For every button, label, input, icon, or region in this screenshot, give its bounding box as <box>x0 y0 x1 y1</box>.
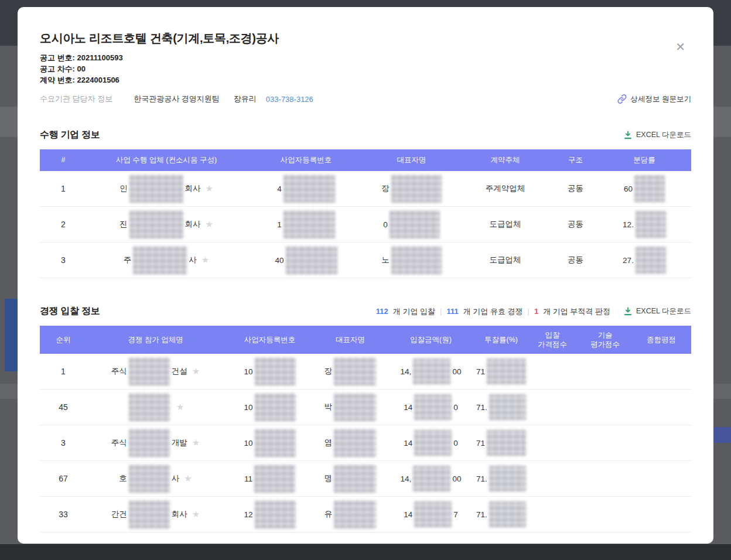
amount-cell: 14 7 <box>385 497 476 532</box>
detail-link-label: 상세정보 원문보기 <box>631 94 691 104</box>
rank-cell: 2 <box>40 207 87 242</box>
bid-section-title: 경쟁 입찰 정보 <box>40 305 100 317</box>
bizno-prefix: 40 <box>275 256 283 265</box>
rank-cell: 3 <box>40 425 87 460</box>
rep-cell: 염 <box>315 425 385 460</box>
announcement-number: 공고 번호: 20211100593 <box>40 52 691 63</box>
rate-cell: 71 <box>476 354 526 389</box>
excel-download-button[interactable]: EXCEL 다운로드 <box>623 306 691 316</box>
col-header: 투찰률(%) <box>476 326 526 354</box>
amount-suffix: 7 <box>453 510 458 519</box>
rate-prefix: 71 <box>476 367 485 376</box>
redacted-blur <box>391 175 442 203</box>
col-header: 분담률 <box>597 149 691 171</box>
company-cell: 간건 회사 ★ <box>87 497 224 532</box>
perform-table: # 사업 수행 업체 (컨소시움 구성) 사업자등록번호 대표자명 계약주체 구… <box>40 149 691 278</box>
favorite-star-icon[interactable]: ★ <box>206 219 213 230</box>
share-cell: 27. <box>597 243 691 278</box>
company-cell: 주 사 ★ <box>87 243 246 278</box>
col-header: 대표자명 <box>366 149 457 171</box>
redacted-blur <box>255 500 296 528</box>
amount-prefix: 14 <box>404 510 412 519</box>
contact-person: 장유리 <box>234 94 257 104</box>
bizno-cell: 40 <box>246 243 366 278</box>
close-icon[interactable]: ✕ <box>675 41 685 53</box>
company-suffix: 회사 <box>185 219 201 230</box>
col-header: 계약주체 <box>457 149 554 171</box>
redacted-blur <box>283 175 335 203</box>
redacted-blur <box>334 465 376 493</box>
rate-prefix: 71 <box>476 439 485 448</box>
rep-prefix: 노 <box>381 255 390 265</box>
total-score-cell <box>631 354 691 389</box>
favorite-star-icon[interactable]: ★ <box>176 402 184 412</box>
company-suffix: 사 <box>189 255 197 265</box>
col-header: 대표자명 <box>315 326 385 354</box>
rank-cell: 1 <box>40 354 87 389</box>
rate-cell: 71. <box>476 390 526 425</box>
excel-download-button[interactable]: EXCEL 다운로드 <box>623 130 691 140</box>
amount-prefix: 14 <box>404 403 412 412</box>
table-row: 67 호 사 ★ 11 명 14, 00 71. <box>40 461 691 497</box>
redacted-blur <box>255 429 296 457</box>
company-suffix: 회사 <box>172 509 187 520</box>
contract-cell: 도급업체 <box>457 243 554 278</box>
rep-prefix: 명 <box>324 473 333 484</box>
amount-prefix: 14 <box>404 439 412 448</box>
redacted-blur <box>413 466 450 491</box>
background-footer <box>0 544 731 560</box>
download-icon <box>623 131 633 140</box>
contact-org: 한국관광공사 경영지원팀 <box>134 94 220 104</box>
contract-cell: 주계약업체 <box>457 171 554 206</box>
redacted-blur <box>334 429 376 457</box>
rate-cell: 71 <box>476 425 526 460</box>
amount-suffix: 0 <box>453 439 458 448</box>
col-header: 순위 <box>40 326 87 354</box>
bid-table: 순위 경쟁 참가 업체명 사업자등록번호 대표자명 입찰금액(원) 투찰률(%)… <box>40 326 691 532</box>
contract-cell: 도급업체 <box>457 207 554 242</box>
favorite-star-icon[interactable]: ★ <box>184 473 192 484</box>
rate-prefix: 71. <box>476 510 487 519</box>
redacted-blur <box>414 394 452 420</box>
redacted-blur <box>334 357 376 385</box>
detail-source-link[interactable]: 상세정보 원문보기 <box>617 94 691 104</box>
favorite-star-icon[interactable]: ★ <box>201 255 209 265</box>
company-prefix: 주식 <box>111 366 127 377</box>
favorite-star-icon[interactable]: ★ <box>192 509 200 520</box>
rep-prefix: 0 <box>383 220 388 229</box>
bizno-cell: 12 <box>224 497 315 532</box>
bizno-prefix: 11 <box>244 474 252 483</box>
bizno-cell: 10 <box>224 390 315 425</box>
page-title: 오시아노 리조트호텔 건축(기계,토목,조경)공사 <box>40 30 691 46</box>
col-header: # <box>40 149 87 171</box>
col-header: 입찰금액(원) <box>385 326 476 354</box>
redacted-blur <box>487 430 526 456</box>
redacted-blur <box>129 357 170 385</box>
bizno-prefix: 1 <box>277 220 282 229</box>
tech-score-cell <box>579 390 631 425</box>
amount-suffix: 00 <box>452 474 461 483</box>
contact-phone-link[interactable]: 033-738-3126 <box>266 95 313 104</box>
rep-prefix: 장 <box>381 183 390 194</box>
favorite-star-icon[interactable]: ★ <box>206 183 213 194</box>
company-prefix: 간건 <box>111 509 127 520</box>
rep-cell: 박 <box>315 390 385 425</box>
redacted-blur <box>129 429 170 457</box>
redacted-blur <box>414 430 452 456</box>
redacted-blur <box>489 466 526 491</box>
redacted-blur <box>129 175 183 203</box>
redacted-blur <box>489 394 526 420</box>
col-header: 입찰 가격점수 <box>526 326 579 354</box>
structure-cell: 공동 <box>554 171 597 206</box>
tech-score-cell <box>579 497 631 532</box>
redacted-blur <box>489 501 526 527</box>
favorite-star-icon[interactable]: ★ <box>192 366 200 377</box>
redacted-blur <box>255 393 296 421</box>
redacted-blur <box>413 358 450 384</box>
rep-prefix: 염 <box>324 438 333 448</box>
bizno-prefix: 10 <box>244 367 252 376</box>
download-icon <box>623 307 633 316</box>
favorite-star-icon[interactable]: ★ <box>192 438 200 448</box>
perform-table-header: # 사업 수행 업체 (컨소시움 구성) 사업자등록번호 대표자명 계약주체 구… <box>40 149 691 171</box>
table-row: 1 주식 건설 ★ 10 장 14, 00 71 <box>40 354 691 390</box>
